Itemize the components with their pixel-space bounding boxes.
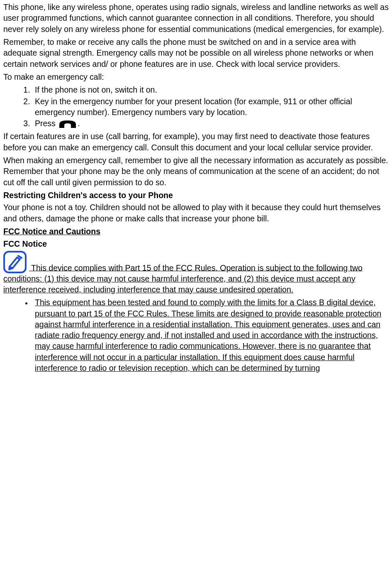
paragraph: Remember, to make or receive any calls t… [3, 37, 390, 69]
note-pencil-icon [3, 251, 27, 273]
section-heading: Restricting Children's access to your Ph… [3, 190, 390, 201]
paragraph: This phone, like any wireless phone, ope… [3, 2, 390, 34]
call-button-icon [58, 120, 77, 129]
paragraph: If certain features are in use (call bar… [3, 131, 390, 153]
paragraph: Your phone is not a toy. Children should… [3, 202, 390, 224]
step-suffix: . [78, 119, 80, 128]
fcc-compliance-note: This device complies with Part 15 of the… [3, 251, 390, 295]
numbered-list: If the phone is not on, switch it on. Ke… [3, 84, 390, 129]
section-heading: FCC Notice and Cautions [3, 226, 390, 237]
bullet-list: This equipment has been tested and found… [3, 297, 390, 373]
svg-rect-0 [4, 252, 26, 272]
list-item: This equipment has been tested and found… [32, 297, 390, 373]
list-item: Key in the emergency number for your pre… [32, 96, 390, 118]
paragraph: When making an emergency call, remember … [3, 155, 390, 188]
list-item: Press . [32, 118, 390, 129]
fcc-note-text: This device complies with Part 15 of the… [3, 263, 363, 294]
step-prefix: Press [35, 119, 58, 128]
list-item: If the phone is not on, switch it on. [32, 84, 390, 95]
paragraph: To make an emergency call: [3, 71, 390, 82]
section-subheading: FCC Notice [3, 238, 390, 249]
